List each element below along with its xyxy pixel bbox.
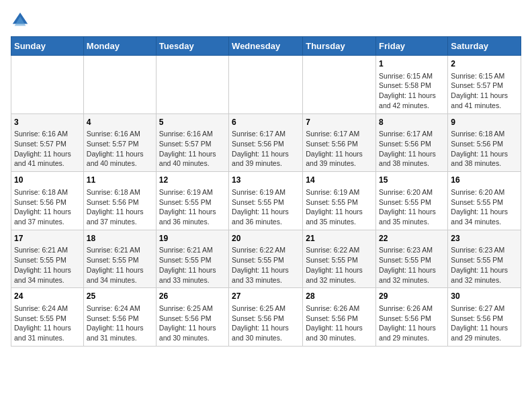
day-number: 7 xyxy=(306,117,373,128)
day-info: Sunrise: 6:21 AM Sunset: 5:55 PM Dayligh… xyxy=(87,245,153,285)
logo xyxy=(11,11,32,30)
day-info: Sunrise: 6:18 AM Sunset: 5:56 PM Dayligh… xyxy=(451,129,518,169)
day-number: 29 xyxy=(379,291,445,302)
calendar-cell xyxy=(11,56,84,114)
day-number: 19 xyxy=(159,233,226,244)
calendar-week-row: 1Sunrise: 6:15 AM Sunset: 5:58 PM Daylig… xyxy=(11,56,521,114)
calendar-cell xyxy=(156,56,228,114)
day-number: 12 xyxy=(159,175,226,186)
day-number: 27 xyxy=(232,291,300,302)
day-info: Sunrise: 6:19 AM Sunset: 5:55 PM Dayligh… xyxy=(306,187,373,227)
calendar-cell: 7Sunrise: 6:17 AM Sunset: 5:56 PM Daylig… xyxy=(303,113,376,172)
calendar-cell: 20Sunrise: 6:22 AM Sunset: 5:55 PM Dayli… xyxy=(229,230,303,288)
calendar-cell: 11Sunrise: 6:18 AM Sunset: 5:56 PM Dayli… xyxy=(83,172,156,230)
calendar-cell: 27Sunrise: 6:25 AM Sunset: 5:56 PM Dayli… xyxy=(229,288,303,347)
calendar-day-header: Tuesday xyxy=(156,37,228,56)
day-info: Sunrise: 6:20 AM Sunset: 5:55 PM Dayligh… xyxy=(451,187,518,227)
calendar-day-header: Monday xyxy=(83,37,156,56)
day-number: 6 xyxy=(232,117,300,128)
day-number: 30 xyxy=(451,291,518,302)
day-info: Sunrise: 6:17 AM Sunset: 5:56 PM Dayligh… xyxy=(379,129,445,169)
calendar-cell: 3Sunrise: 6:16 AM Sunset: 5:57 PM Daylig… xyxy=(11,113,84,172)
day-info: Sunrise: 6:23 AM Sunset: 5:55 PM Dayligh… xyxy=(379,245,445,285)
day-info: Sunrise: 6:21 AM Sunset: 5:55 PM Dayligh… xyxy=(14,245,81,285)
calendar-day-header: Sunday xyxy=(11,37,84,56)
day-number: 26 xyxy=(159,291,226,302)
calendar-day-header: Friday xyxy=(376,37,448,56)
calendar-cell: 26Sunrise: 6:25 AM Sunset: 5:56 PM Dayli… xyxy=(156,288,228,347)
day-info: Sunrise: 6:25 AM Sunset: 5:56 PM Dayligh… xyxy=(159,304,226,343)
day-info: Sunrise: 6:17 AM Sunset: 5:56 PM Dayligh… xyxy=(306,129,373,169)
calendar-cell: 13Sunrise: 6:19 AM Sunset: 5:55 PM Dayli… xyxy=(229,172,303,230)
day-info: Sunrise: 6:22 AM Sunset: 5:55 PM Dayligh… xyxy=(306,245,373,285)
day-number: 5 xyxy=(159,117,226,128)
day-number: 22 xyxy=(379,233,445,244)
calendar-week-row: 17Sunrise: 6:21 AM Sunset: 5:55 PM Dayli… xyxy=(11,230,521,288)
day-info: Sunrise: 6:18 AM Sunset: 5:56 PM Dayligh… xyxy=(14,187,81,227)
day-number: 10 xyxy=(14,175,81,186)
day-number: 14 xyxy=(306,175,373,186)
day-number: 28 xyxy=(306,291,373,302)
calendar-header-row: SundayMondayTuesdayWednesdayThursdayFrid… xyxy=(11,37,521,56)
calendar-cell: 22Sunrise: 6:23 AM Sunset: 5:55 PM Dayli… xyxy=(376,230,448,288)
calendar-cell: 8Sunrise: 6:17 AM Sunset: 5:56 PM Daylig… xyxy=(376,113,448,172)
day-number: 21 xyxy=(306,233,373,244)
calendar-week-row: 3Sunrise: 6:16 AM Sunset: 5:57 PM Daylig… xyxy=(11,113,521,172)
day-number: 13 xyxy=(232,175,300,186)
calendar-cell: 12Sunrise: 6:19 AM Sunset: 5:55 PM Dayli… xyxy=(156,172,228,230)
day-info: Sunrise: 6:23 AM Sunset: 5:55 PM Dayligh… xyxy=(451,245,518,285)
day-info: Sunrise: 6:21 AM Sunset: 5:55 PM Dayligh… xyxy=(159,245,226,285)
day-number: 20 xyxy=(232,233,300,244)
day-number: 9 xyxy=(451,117,518,128)
day-info: Sunrise: 6:22 AM Sunset: 5:55 PM Dayligh… xyxy=(232,245,300,285)
day-number: 2 xyxy=(451,58,518,70)
day-info: Sunrise: 6:25 AM Sunset: 5:56 PM Dayligh… xyxy=(232,304,300,343)
day-info: Sunrise: 6:24 AM Sunset: 5:55 PM Dayligh… xyxy=(14,304,81,343)
day-info: Sunrise: 6:16 AM Sunset: 5:57 PM Dayligh… xyxy=(159,129,226,169)
day-number: 16 xyxy=(451,175,518,186)
calendar-week-row: 10Sunrise: 6:18 AM Sunset: 5:56 PM Dayli… xyxy=(11,172,521,230)
calendar-table: SundayMondayTuesdayWednesdayThursdayFrid… xyxy=(11,36,521,347)
calendar-cell: 5Sunrise: 6:16 AM Sunset: 5:57 PM Daylig… xyxy=(156,113,228,172)
logo-icon xyxy=(11,11,30,30)
calendar-cell: 14Sunrise: 6:19 AM Sunset: 5:55 PM Dayli… xyxy=(303,172,376,230)
day-info: Sunrise: 6:26 AM Sunset: 5:56 PM Dayligh… xyxy=(306,304,373,343)
calendar-cell: 16Sunrise: 6:20 AM Sunset: 5:55 PM Dayli… xyxy=(448,172,521,230)
day-info: Sunrise: 6:16 AM Sunset: 5:57 PM Dayligh… xyxy=(87,129,153,169)
day-info: Sunrise: 6:27 AM Sunset: 5:56 PM Dayligh… xyxy=(451,304,518,343)
calendar-cell: 18Sunrise: 6:21 AM Sunset: 5:55 PM Dayli… xyxy=(83,230,156,288)
calendar-cell xyxy=(83,56,156,114)
calendar-cell: 29Sunrise: 6:26 AM Sunset: 5:56 PM Dayli… xyxy=(376,288,448,347)
day-number: 3 xyxy=(14,117,81,128)
day-number: 4 xyxy=(87,117,153,128)
day-info: Sunrise: 6:26 AM Sunset: 5:56 PM Dayligh… xyxy=(379,304,445,343)
day-number: 1 xyxy=(379,58,445,70)
day-info: Sunrise: 6:20 AM Sunset: 5:55 PM Dayligh… xyxy=(379,187,445,227)
day-number: 23 xyxy=(451,233,518,244)
day-info: Sunrise: 6:19 AM Sunset: 5:55 PM Dayligh… xyxy=(159,187,226,227)
day-info: Sunrise: 6:15 AM Sunset: 5:58 PM Dayligh… xyxy=(379,71,445,111)
calendar-cell: 1Sunrise: 6:15 AM Sunset: 5:58 PM Daylig… xyxy=(376,56,448,114)
day-info: Sunrise: 6:18 AM Sunset: 5:56 PM Dayligh… xyxy=(87,187,153,227)
day-number: 17 xyxy=(14,233,81,244)
day-number: 25 xyxy=(87,291,153,302)
day-number: 18 xyxy=(87,233,153,244)
calendar-cell: 9Sunrise: 6:18 AM Sunset: 5:56 PM Daylig… xyxy=(448,113,521,172)
day-info: Sunrise: 6:16 AM Sunset: 5:57 PM Dayligh… xyxy=(14,129,81,169)
calendar-day-header: Saturday xyxy=(448,37,521,56)
day-number: 8 xyxy=(379,117,445,128)
calendar-cell: 24Sunrise: 6:24 AM Sunset: 5:55 PM Dayli… xyxy=(11,288,84,347)
day-number: 15 xyxy=(379,175,445,186)
calendar-cell: 21Sunrise: 6:22 AM Sunset: 5:55 PM Dayli… xyxy=(303,230,376,288)
calendar-cell: 23Sunrise: 6:23 AM Sunset: 5:55 PM Dayli… xyxy=(448,230,521,288)
page-header xyxy=(11,11,521,30)
calendar-week-row: 24Sunrise: 6:24 AM Sunset: 5:55 PM Dayli… xyxy=(11,288,521,347)
day-info: Sunrise: 6:17 AM Sunset: 5:56 PM Dayligh… xyxy=(232,129,300,169)
day-info: Sunrise: 6:15 AM Sunset: 5:57 PM Dayligh… xyxy=(451,71,518,111)
calendar-cell xyxy=(303,56,376,114)
calendar-cell xyxy=(229,56,303,114)
calendar-cell: 19Sunrise: 6:21 AM Sunset: 5:55 PM Dayli… xyxy=(156,230,228,288)
day-info: Sunrise: 6:24 AM Sunset: 5:56 PM Dayligh… xyxy=(87,304,153,343)
day-number: 24 xyxy=(14,291,81,302)
calendar-cell: 30Sunrise: 6:27 AM Sunset: 5:56 PM Dayli… xyxy=(448,288,521,347)
